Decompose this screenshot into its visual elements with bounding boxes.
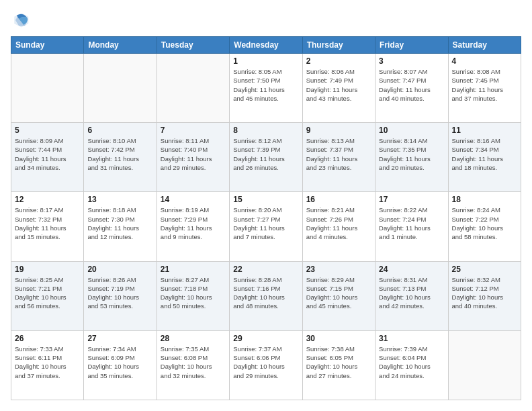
weekday-header-saturday: Saturday <box>448 37 521 54</box>
day-number: 13 <box>87 195 152 204</box>
calendar-cell: 29Sunrise: 7:37 AM Sunset: 6:06 PM Dayli… <box>230 330 302 400</box>
calendar-cell: 1Sunrise: 8:05 AM Sunset: 7:50 PM Daylig… <box>230 54 302 123</box>
calendar-cell: 21Sunrise: 8:27 AM Sunset: 7:18 PM Dayli… <box>157 261 229 330</box>
day-number: 18 <box>452 195 517 204</box>
calendar-cell: 12Sunrise: 8:17 AM Sunset: 7:32 PM Dayli… <box>11 192 84 261</box>
day-info: Sunrise: 8:10 AM Sunset: 7:42 PM Dayligh… <box>87 136 152 172</box>
calendar-cell: 23Sunrise: 8:29 AM Sunset: 7:15 PM Dayli… <box>302 261 375 330</box>
page: SundayMondayTuesdayWednesdayThursdayFrid… <box>0 0 532 411</box>
day-number: 3 <box>379 56 444 66</box>
weekday-header-row: SundayMondayTuesdayWednesdayThursdayFrid… <box>11 37 521 54</box>
day-info: Sunrise: 7:38 AM Sunset: 6:05 PM Dayligh… <box>306 345 371 380</box>
day-number: 17 <box>379 195 444 204</box>
day-info: Sunrise: 7:34 AM Sunset: 6:09 PM Dayligh… <box>87 345 152 380</box>
day-number: 6 <box>87 126 152 135</box>
weekday-header-tuesday: Tuesday <box>157 37 229 54</box>
calendar-cell: 14Sunrise: 8:19 AM Sunset: 7:29 PM Dayli… <box>157 192 229 261</box>
day-info: Sunrise: 8:11 AM Sunset: 7:40 PM Dayligh… <box>161 136 226 172</box>
day-info: Sunrise: 8:20 AM Sunset: 7:27 PM Dayligh… <box>233 205 298 241</box>
day-number: 25 <box>452 265 517 274</box>
day-number: 1 <box>233 56 298 66</box>
day-info: Sunrise: 8:24 AM Sunset: 7:22 PM Dayligh… <box>452 205 517 241</box>
day-number: 28 <box>161 334 226 343</box>
calendar-cell: 2Sunrise: 8:06 AM Sunset: 7:49 PM Daylig… <box>302 54 375 123</box>
calendar-cell: 30Sunrise: 7:38 AM Sunset: 6:05 PM Dayli… <box>302 330 375 400</box>
day-number: 26 <box>15 334 80 343</box>
week-row-4: 19Sunrise: 8:25 AM Sunset: 7:21 PM Dayli… <box>11 261 521 330</box>
calendar-cell: 17Sunrise: 8:22 AM Sunset: 7:24 PM Dayli… <box>375 192 448 261</box>
day-info: Sunrise: 8:08 AM Sunset: 7:45 PM Dayligh… <box>452 67 517 103</box>
calendar-cell: 13Sunrise: 8:18 AM Sunset: 7:30 PM Dayli… <box>84 192 157 261</box>
logo <box>11 11 32 30</box>
weekday-header-wednesday: Wednesday <box>230 37 302 54</box>
day-number: 11 <box>452 126 517 135</box>
day-info: Sunrise: 7:33 AM Sunset: 6:11 PM Dayligh… <box>15 345 80 380</box>
calendar-cell: 24Sunrise: 8:31 AM Sunset: 7:13 PM Dayli… <box>375 261 448 330</box>
week-row-2: 5Sunrise: 8:09 AM Sunset: 7:44 PM Daylig… <box>11 123 521 192</box>
day-info: Sunrise: 8:09 AM Sunset: 7:44 PM Dayligh… <box>15 136 80 172</box>
day-info: Sunrise: 8:12 AM Sunset: 7:39 PM Dayligh… <box>233 136 298 172</box>
day-info: Sunrise: 8:22 AM Sunset: 7:24 PM Dayligh… <box>379 205 444 241</box>
week-row-1: 1Sunrise: 8:05 AM Sunset: 7:50 PM Daylig… <box>11 54 521 123</box>
day-info: Sunrise: 8:19 AM Sunset: 7:29 PM Dayligh… <box>161 205 226 241</box>
day-number: 30 <box>306 334 371 343</box>
weekday-header-friday: Friday <box>375 37 448 54</box>
day-info: Sunrise: 8:25 AM Sunset: 7:21 PM Dayligh… <box>15 275 80 311</box>
day-number: 15 <box>233 195 298 204</box>
day-number: 14 <box>161 195 226 204</box>
calendar-cell: 15Sunrise: 8:20 AM Sunset: 7:27 PM Dayli… <box>230 192 302 261</box>
day-info: Sunrise: 8:27 AM Sunset: 7:18 PM Dayligh… <box>161 275 226 311</box>
day-info: Sunrise: 7:35 AM Sunset: 6:08 PM Dayligh… <box>161 345 226 380</box>
day-number: 8 <box>233 126 298 135</box>
day-number: 31 <box>379 334 444 343</box>
header <box>11 11 521 30</box>
day-info: Sunrise: 8:29 AM Sunset: 7:15 PM Dayligh… <box>306 275 371 311</box>
day-info: Sunrise: 8:21 AM Sunset: 7:26 PM Dayligh… <box>306 205 371 241</box>
day-number: 12 <box>15 195 80 204</box>
day-number: 29 <box>233 334 298 343</box>
day-info: Sunrise: 8:16 AM Sunset: 7:34 PM Dayligh… <box>452 136 517 172</box>
day-number: 27 <box>87 334 152 343</box>
day-number: 19 <box>15 265 80 274</box>
calendar-cell <box>448 330 521 400</box>
calendar-cell: 26Sunrise: 7:33 AM Sunset: 6:11 PM Dayli… <box>11 330 84 400</box>
calendar-cell: 5Sunrise: 8:09 AM Sunset: 7:44 PM Daylig… <box>11 123 84 192</box>
day-info: Sunrise: 8:05 AM Sunset: 7:50 PM Dayligh… <box>233 67 298 103</box>
day-number: 22 <box>233 265 298 274</box>
weekday-header-thursday: Thursday <box>302 37 375 54</box>
calendar-cell: 3Sunrise: 8:07 AM Sunset: 7:47 PM Daylig… <box>375 54 448 123</box>
calendar-cell: 16Sunrise: 8:21 AM Sunset: 7:26 PM Dayli… <box>302 192 375 261</box>
day-info: Sunrise: 8:07 AM Sunset: 7:47 PM Dayligh… <box>379 67 444 103</box>
day-info: Sunrise: 8:31 AM Sunset: 7:13 PM Dayligh… <box>379 275 444 311</box>
day-number: 23 <box>306 265 371 274</box>
calendar-cell: 18Sunrise: 8:24 AM Sunset: 7:22 PM Dayli… <box>448 192 521 261</box>
day-info: Sunrise: 7:39 AM Sunset: 6:04 PM Dayligh… <box>379 345 444 380</box>
day-info: Sunrise: 8:32 AM Sunset: 7:12 PM Dayligh… <box>452 275 517 311</box>
day-info: Sunrise: 8:17 AM Sunset: 7:32 PM Dayligh… <box>15 205 80 241</box>
day-number: 5 <box>15 126 80 135</box>
day-number: 10 <box>379 126 444 135</box>
day-info: Sunrise: 8:28 AM Sunset: 7:16 PM Dayligh… <box>233 275 298 311</box>
weekday-header-sunday: Sunday <box>11 37 84 54</box>
day-info: Sunrise: 8:14 AM Sunset: 7:35 PM Dayligh… <box>379 136 444 172</box>
logo-icon <box>11 11 30 30</box>
weekday-header-monday: Monday <box>84 37 157 54</box>
calendar-cell: 27Sunrise: 7:34 AM Sunset: 6:09 PM Dayli… <box>84 330 157 400</box>
day-number: 9 <box>306 126 371 135</box>
day-info: Sunrise: 8:26 AM Sunset: 7:19 PM Dayligh… <box>87 275 152 311</box>
calendar-cell: 20Sunrise: 8:26 AM Sunset: 7:19 PM Dayli… <box>84 261 157 330</box>
day-info: Sunrise: 8:18 AM Sunset: 7:30 PM Dayligh… <box>87 205 152 241</box>
day-number: 21 <box>161 265 226 274</box>
calendar-cell: 8Sunrise: 8:12 AM Sunset: 7:39 PM Daylig… <box>230 123 302 192</box>
week-row-3: 12Sunrise: 8:17 AM Sunset: 7:32 PM Dayli… <box>11 192 521 261</box>
day-info: Sunrise: 7:37 AM Sunset: 6:06 PM Dayligh… <box>233 345 298 380</box>
day-info: Sunrise: 8:13 AM Sunset: 7:37 PM Dayligh… <box>306 136 371 172</box>
calendar-cell: 4Sunrise: 8:08 AM Sunset: 7:45 PM Daylig… <box>448 54 521 123</box>
calendar-cell: 6Sunrise: 8:10 AM Sunset: 7:42 PM Daylig… <box>84 123 157 192</box>
week-row-5: 26Sunrise: 7:33 AM Sunset: 6:11 PM Dayli… <box>11 330 521 400</box>
calendar-cell: 19Sunrise: 8:25 AM Sunset: 7:21 PM Dayli… <box>11 261 84 330</box>
calendar-cell: 9Sunrise: 8:13 AM Sunset: 7:37 PM Daylig… <box>302 123 375 192</box>
day-number: 24 <box>379 265 444 274</box>
calendar-cell: 10Sunrise: 8:14 AM Sunset: 7:35 PM Dayli… <box>375 123 448 192</box>
calendar-cell: 11Sunrise: 8:16 AM Sunset: 7:34 PM Dayli… <box>448 123 521 192</box>
